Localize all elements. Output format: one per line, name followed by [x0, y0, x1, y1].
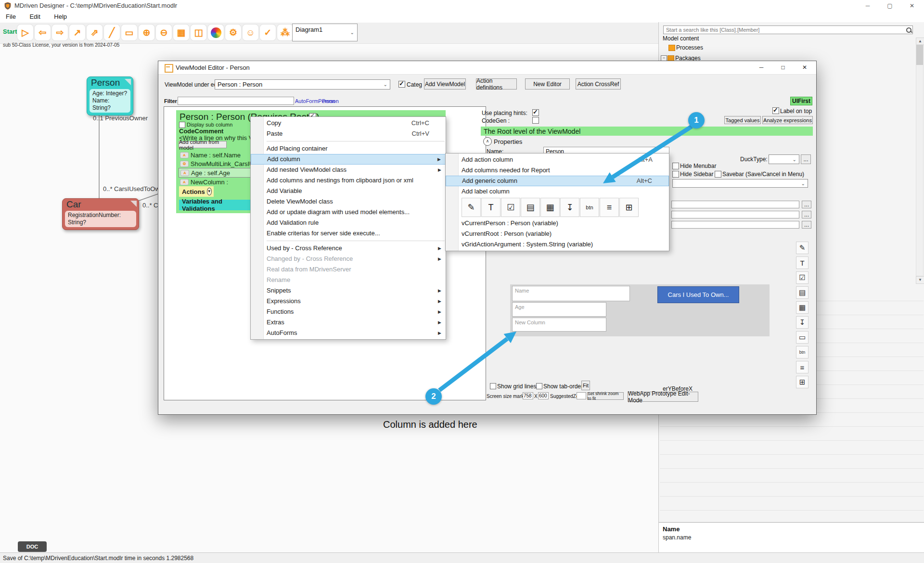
viewmodel-column-newcolumn[interactable]: ANewColumn :: [179, 178, 252, 186]
select-frame-button[interactable]: ▭: [121, 25, 137, 40]
hide-sidebar-checkbox[interactable]: [672, 171, 679, 178]
checkbox-column-icon[interactable]: ☑: [501, 198, 520, 217]
menu-item-enable-criterias-for-server-side-execute[interactable]: Enable criterias for server side execute…: [251, 228, 446, 239]
preview-name-field[interactable]: Name: [512, 286, 630, 301]
run-play-button[interactable]: ▷: [17, 25, 33, 40]
scrollbar-down-icon[interactable]: ▼: [916, 276, 924, 284]
menu-item-paste[interactable]: PasteCtrl+V: [251, 128, 446, 139]
dialog-titlebar[interactable]: ViewModel Editor - Person ─ □ ✕: [158, 61, 816, 75]
preview-newcolumn-field[interactable]: New Column: [512, 318, 606, 332]
user-access-button[interactable]: ☺: [243, 25, 258, 40]
action-definitions-button[interactable]: Action definitions: [476, 78, 517, 90]
grid-column-icon[interactable]: ⊞: [619, 198, 639, 217]
action-crossref-button[interactable]: Action CrossRef: [576, 78, 621, 90]
variables-validations-badge[interactable]: Variables and Validations ▼: [179, 200, 262, 210]
settings-gears-button[interactable]: ⚙: [225, 25, 241, 40]
maximize-button[interactable]: ▢: [884, 1, 896, 10]
dialog-minimize-button[interactable]: ─: [757, 64, 766, 72]
model-search-input[interactable]: [663, 26, 913, 34]
close-button[interactable]: ✕: [906, 1, 918, 10]
combobox-column-icon[interactable]: ▤: [521, 198, 540, 217]
show-tab-order-checkbox[interactable]: [536, 383, 542, 389]
codegen-checkbox[interactable]: [532, 117, 539, 124]
screen-width-input[interactable]: [523, 392, 533, 399]
menu-item-real-data-from-mdrivenserver[interactable]: Real data from MDrivenServer: [251, 264, 446, 275]
menu-edit[interactable]: Edit: [24, 12, 46, 20]
text-column-icon[interactable]: T: [481, 198, 500, 217]
class-person[interactable]: Person Age: Integer? Name: String?: [87, 77, 133, 115]
edit-column-icon[interactable]: ✎: [796, 242, 808, 254]
menu-item-vgridactionargument-system-string-variable[interactable]: vGridActionArgument : System.String (var…: [446, 239, 669, 250]
menu-item-delete-viewmodel-class[interactable]: Delete ViewModel class: [251, 196, 446, 207]
fit-button[interactable]: Fit: [581, 381, 590, 390]
nav-forward-button[interactable]: ⇨: [52, 25, 68, 40]
chevron-down-icon[interactable]: ▼: [207, 188, 212, 195]
button-column-icon[interactable]: btn: [580, 198, 599, 217]
screen-height-input[interactable]: [538, 392, 549, 399]
savebar-checkbox[interactable]: [715, 171, 721, 178]
menu-item-snippets[interactable]: Snippets▶: [251, 285, 446, 296]
static-text-column-icon[interactable]: ▭: [796, 331, 808, 344]
tagged-values-button[interactable]: Tagged values: [724, 116, 761, 124]
viewmodel-selector[interactable]: Person : Person ⌄: [215, 79, 390, 90]
grid-column-icon[interactable]: ⊞: [796, 376, 808, 388]
zoom-out-button[interactable]: ⊖: [156, 25, 172, 40]
add-column-from-model-button[interactable]: Add column from model: [179, 141, 227, 148]
menu-item-vcurrentroot-person-variable[interactable]: vCurrentRoot : Person (variable): [446, 229, 669, 239]
label-on-top-checkbox[interactable]: [772, 107, 779, 114]
set-shrink-zoom-button[interactable]: Set shrink zoom to fit: [587, 392, 624, 400]
list-column-icon[interactable]: ≡: [796, 361, 808, 373]
minimize-button[interactable]: ─: [861, 1, 874, 10]
menu-help[interactable]: Help: [48, 12, 73, 20]
checkbox-column-icon[interactable]: ☑: [796, 271, 808, 284]
menu-item-changed-by-cross-reference[interactable]: Changed by - Cross Reference▶: [251, 254, 446, 264]
menu-item-copy[interactable]: CopyCtrl+C: [251, 118, 446, 128]
button-column-icon[interactable]: btn: [796, 346, 808, 358]
menu-item-add-columns-and-nestings-from-clipboard-json-or-xml[interactable]: Add columns and nestings from clipboard …: [251, 175, 446, 186]
menu-item-add-action-column[interactable]: Add action columnAlt+A: [446, 154, 669, 165]
scrollbar-track[interactable]: [916, 44, 924, 276]
calendar-column-icon[interactable]: ▦: [796, 301, 808, 314]
menu-item-functions[interactable]: Functions▶: [251, 307, 446, 317]
hide-menubar-checkbox[interactable]: [672, 163, 679, 169]
menu-item-add-validation-rule[interactable]: Add Validation rule: [251, 218, 446, 228]
menu-item-extras[interactable]: Extras▶: [251, 317, 446, 328]
menu-item-add-label-column[interactable]: Add label column: [446, 186, 669, 197]
list-column-icon[interactable]: ≡: [600, 198, 619, 217]
suggested-zoom-input[interactable]: [577, 392, 586, 399]
menu-item-vcurrentperson-person-variable[interactable]: vCurrentPerson : Person (variable): [446, 218, 669, 229]
preview-age-field[interactable]: Age: [512, 302, 606, 317]
link-person[interactable]: Person: [322, 98, 339, 104]
menu-item-add-variable[interactable]: Add Variable: [251, 186, 446, 196]
analyze-expressions-button[interactable]: Analyze expressions: [762, 116, 813, 124]
doc-button[interactable]: DOC: [18, 541, 47, 552]
association-draw-button[interactable]: ⇗: [87, 25, 103, 40]
start-label[interactable]: Start!: [3, 28, 19, 35]
menu-item-add-or-update-diagram-with-used-model-elements[interactable]: Add or update diagram with used model el…: [251, 207, 446, 218]
validate-check-button[interactable]: ✓: [260, 25, 276, 40]
ducktype-more-button[interactable]: ...: [801, 154, 811, 164]
webapp-prototype-button[interactable]: WebApp Prototype Edit-Mode: [628, 392, 698, 402]
use-placing-hints-checkbox[interactable]: [532, 109, 539, 116]
menu-item-autoforms[interactable]: AutoForms▶: [251, 328, 446, 338]
dialog-close-button[interactable]: ✕: [800, 64, 809, 72]
add-viewmodel-button[interactable]: Add ViewModel: [424, 78, 466, 90]
menu-item-expressions[interactable]: Expressions▶: [251, 296, 446, 307]
uifirst-button[interactable]: UIFirst: [790, 97, 812, 105]
actions-badge[interactable]: Actions ▼: [179, 186, 214, 197]
show-grid-lines-checkbox[interactable]: [490, 383, 496, 389]
more-button[interactable]: ...: [802, 221, 811, 229]
calendar-column-icon[interactable]: ▦: [540, 198, 560, 217]
menu-item-add-generic-column[interactable]: Add generic columnAlt+C: [446, 176, 669, 186]
viewmodel-column-age-self-age[interactable]: AAge : self.Age: [179, 168, 252, 178]
cars-i-used-to-own-button[interactable]: Cars I Used To Own...: [657, 286, 739, 303]
image-download-column-icon[interactable]: ↧: [560, 198, 579, 217]
menu-item-add-nested-viewmodel-class[interactable]: Add nested ViewModel class▶: [251, 165, 446, 175]
menu-file[interactable]: File: [0, 12, 22, 20]
tree-item-processes[interactable]: Processes: [676, 44, 703, 51]
expression-field[interactable]: [671, 211, 799, 218]
more-button[interactable]: ...: [802, 211, 811, 218]
dashed-line-button[interactable]: ╱: [104, 25, 120, 40]
association-arrow-button[interactable]: ↗: [69, 25, 85, 40]
combobox-column-icon[interactable]: ▤: [796, 286, 808, 299]
